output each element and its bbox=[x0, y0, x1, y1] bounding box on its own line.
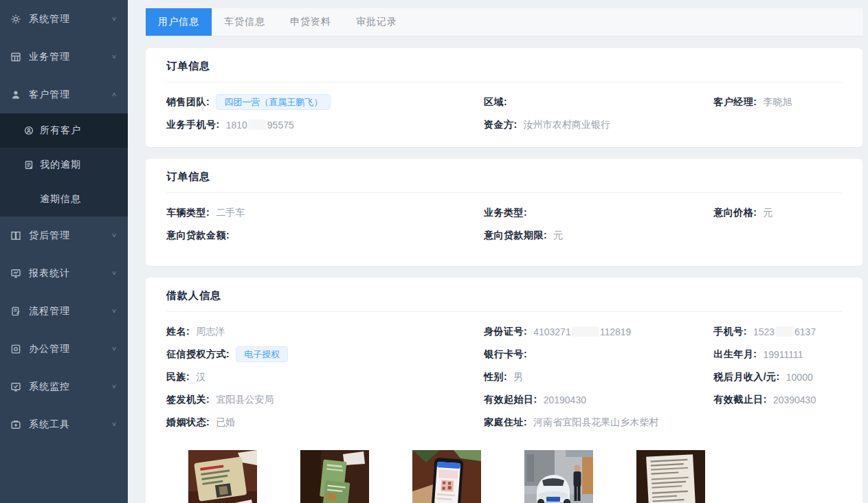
field-label: 意向贷款期限: bbox=[484, 230, 547, 242]
credit-auth-tag[interactable]: 电子授权 bbox=[236, 346, 288, 363]
user-icon bbox=[10, 89, 21, 100]
sidebar-item-label: 逾期信息 bbox=[40, 193, 81, 205]
field-id-number: 身份证号: 4103271112819 bbox=[484, 320, 713, 343]
customers-icon bbox=[24, 126, 34, 135]
field-valid-from: 有效起始日: 20190430 bbox=[484, 388, 713, 411]
field-label: 车辆类型: bbox=[166, 207, 210, 219]
field-label: 性别: bbox=[484, 371, 507, 383]
field-label: 资金方: bbox=[484, 119, 518, 131]
field-label: 手机号: bbox=[713, 326, 747, 338]
field-label: 客户经理: bbox=[713, 96, 757, 109]
chevron-down-icon: ∨ bbox=[111, 15, 117, 22]
chevron-down-icon: ∨ bbox=[111, 232, 117, 238]
tab-user-info[interactable]: 用户信息 bbox=[146, 8, 212, 36]
sidebar-item-postloan-mgmt[interactable]: 贷后管理 ∨ bbox=[0, 216, 128, 254]
id-card-photo-thumbnail[interactable] bbox=[188, 450, 257, 503]
attachment-item: 授权截图 bbox=[412, 450, 481, 503]
field-label: 税后月收入/元: bbox=[713, 371, 780, 383]
field-home-address: 家庭住址: 河南省宜阳县花果山乡木柴村 bbox=[484, 411, 713, 434]
sidebar-item-overdue-info[interactable]: 逾期信息 bbox=[0, 182, 128, 216]
field-marital-status: 婚姻状态: 已婚 bbox=[166, 411, 484, 434]
field-label: 姓名: bbox=[166, 326, 190, 338]
field-value: 男 bbox=[513, 371, 523, 383]
field-region: 区域: bbox=[484, 91, 713, 113]
field-value: 汝州市农村商业银行 bbox=[524, 119, 610, 131]
field-name: 姓名: 周志洋 bbox=[166, 320, 484, 343]
sidebar-item-report-stats[interactable]: 报表统计 ∨ bbox=[0, 254, 128, 292]
field-loan-term: 意向贷款期限: 元 bbox=[484, 224, 713, 247]
field-value: 20390430 bbox=[773, 394, 816, 405]
monitor-icon bbox=[10, 268, 21, 279]
license-booklet-thumbnail[interactable] bbox=[300, 450, 369, 503]
sidebar-item-all-customers[interactable]: 所有客户 bbox=[0, 113, 128, 148]
field-loan-amount: 意向贷款金额: bbox=[166, 224, 484, 247]
order-info-card-1: 订单信息 销售团队: 四团一营（直属王鹏飞） 区域: 客户经理: 李晓旭 业务手 bbox=[146, 48, 863, 147]
sidebar-item-label: 系统监控 bbox=[29, 381, 70, 393]
sales-team-tag[interactable]: 四团一营（直属王鹏飞） bbox=[216, 94, 331, 111]
field-bank-card: 银行卡号: bbox=[484, 343, 713, 366]
field-value: 二手车 bbox=[216, 207, 245, 219]
chevron-down-icon: ∨ bbox=[111, 53, 117, 60]
sidebar-item-my-overdue[interactable]: 我的逾期 bbox=[0, 148, 128, 182]
qr-auth-screenshot-thumbnail[interactable] bbox=[412, 450, 481, 503]
field-value: 已婚 bbox=[216, 416, 235, 429]
attachment-item: 驾驶证照片 bbox=[300, 450, 369, 503]
field-value: 元 bbox=[763, 207, 772, 219]
tab-loan-application-docs[interactable]: 申贷资料 bbox=[278, 8, 344, 36]
sidebar-item-process-mgmt[interactable]: 流程管理 ∨ bbox=[0, 292, 128, 330]
detail-tabbar: 用户信息 车贷信息 申贷资料 审批记录 bbox=[146, 8, 863, 36]
document-photo-thumbnail[interactable] bbox=[636, 450, 705, 503]
borrower-info-card: 借款人信息 姓名: 周志洋 身份证号: 4103271112819 手机号: 1… bbox=[146, 278, 863, 503]
field-value: 4103271112819 bbox=[533, 326, 631, 337]
sidebar-item-system-tools[interactable]: 系统工具 ∨ bbox=[0, 405, 128, 443]
field-label: 有效起始日: bbox=[484, 394, 537, 406]
field-label: 银行卡号: bbox=[484, 348, 527, 361]
sidebar: 系统管理 ∨ 业务管理 ∨ 客户管理 ∧ 所有客户 我的逾期 逾期信息 bbox=[0, 0, 128, 503]
clipboard-icon bbox=[10, 306, 21, 317]
sidebar-item-label: 业务管理 bbox=[29, 51, 70, 63]
field-value: 15236137 bbox=[753, 326, 816, 337]
field-sales-team: 销售团队: 四团一营（直属王鹏飞） bbox=[166, 91, 484, 113]
field-label: 家庭住址: bbox=[484, 416, 527, 429]
attachment-thumbnails: 身份证照片 bbox=[166, 440, 842, 503]
chevron-down-icon: ∨ bbox=[111, 269, 117, 276]
field-income: 税后月收入/元: 10000 bbox=[713, 366, 842, 388]
person-with-car-thumbnail[interactable] bbox=[524, 450, 593, 503]
field-vehicle-type: 车辆类型: 二手车 bbox=[166, 201, 484, 224]
toolbox-icon bbox=[10, 419, 21, 430]
field-label: 业务手机号: bbox=[166, 119, 220, 131]
field-intent-price: 意向价格: 元 bbox=[713, 201, 842, 224]
order-info-card-2: 订单信息 车辆类型: 二手车 业务类型: 意向价格: 元 意向贷款金额: bbox=[146, 159, 863, 266]
field-ethnicity: 民族: 汉 bbox=[166, 366, 484, 388]
field-value: 10000 bbox=[786, 372, 813, 383]
tab-approval-records[interactable]: 审批记录 bbox=[344, 8, 410, 36]
gear-icon bbox=[10, 14, 21, 25]
chevron-down-icon: ∨ bbox=[111, 345, 117, 352]
field-issuing-authority: 签发机关: 宜阳县公安局 bbox=[166, 388, 484, 411]
redaction-patch bbox=[775, 326, 794, 337]
sidebar-item-system-monitor[interactable]: 系统监控 ∨ bbox=[0, 368, 128, 405]
field-funder: 资金方: 汝州市农村商业银行 bbox=[484, 113, 713, 136]
card-title: 订单信息 bbox=[166, 159, 842, 193]
customer-mgmt-submenu: 所有客户 我的逾期 逾期信息 bbox=[0, 113, 128, 216]
sidebar-item-office-mgmt[interactable]: 办公管理 ∨ bbox=[0, 330, 128, 368]
field-value: 汉 bbox=[196, 371, 205, 383]
sidebar-item-business-mgmt[interactable]: 业务管理 ∨ bbox=[0, 38, 128, 76]
field-account-manager: 客户经理: 李晓旭 bbox=[713, 91, 842, 113]
tab-car-loan-info[interactable]: 车贷信息 bbox=[212, 8, 278, 36]
attachment-item: 身份证照片 bbox=[188, 450, 257, 503]
field-label: 意向价格: bbox=[713, 207, 757, 219]
field-business-phone: 业务手机号: 181095575 bbox=[166, 113, 484, 136]
field-value: 宜阳县公安局 bbox=[216, 394, 274, 406]
sidebar-item-customer-mgmt[interactable]: 客户管理 ∧ bbox=[0, 76, 128, 113]
field-label: 签发机关: bbox=[166, 394, 210, 406]
field-business-type: 业务类型: bbox=[484, 201, 713, 224]
sidebar-item-label: 系统工具 bbox=[29, 418, 70, 431]
field-label: 出生年月: bbox=[713, 348, 757, 361]
overdue-doc-icon bbox=[24, 160, 34, 170]
field-mobile: 手机号: 15236137 bbox=[713, 320, 842, 343]
sidebar-item-system-mgmt[interactable]: 系统管理 ∨ bbox=[0, 0, 128, 38]
field-label: 销售团队: bbox=[166, 96, 210, 109]
card-title: 借款人信息 bbox=[166, 278, 842, 312]
monitor-check-icon bbox=[10, 381, 21, 392]
